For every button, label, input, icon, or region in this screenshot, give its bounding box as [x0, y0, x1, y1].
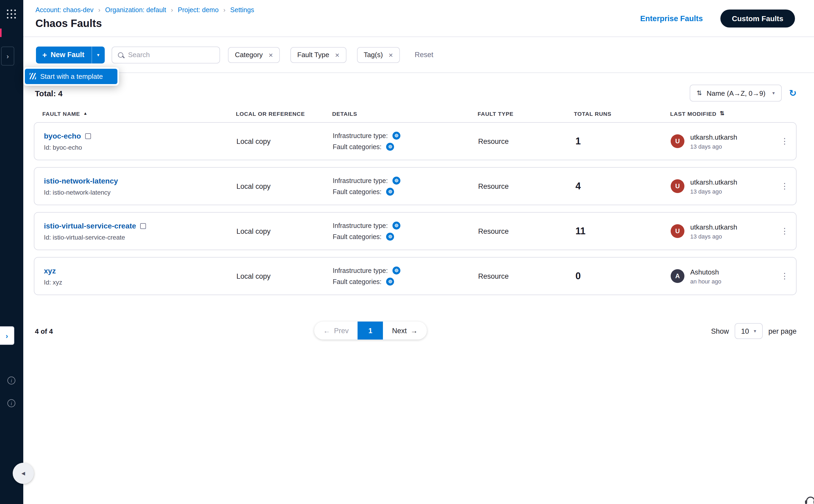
kubernetes-icon: ☸ — [392, 132, 400, 140]
fault-categories-label: Fault categories: — [333, 143, 382, 150]
fault-badge-icon — [140, 223, 146, 229]
menu-item-start-with-template[interactable]: Start with a template — [25, 68, 117, 84]
per-page-select[interactable]: 10 ▾ — [735, 323, 762, 339]
local-or-reference-value: Local copy — [236, 137, 333, 145]
modified-time: 13 days ago — [690, 188, 737, 194]
fault-type-value: Resource — [478, 272, 574, 280]
new-fault-split-button: + New Fault ▾ Start with a template — [36, 46, 105, 63]
modified-by-user: utkarsh.utkarsh — [690, 223, 737, 231]
template-icon — [30, 73, 36, 79]
filter-chip-fault-type[interactable]: Fault Type × — [290, 47, 346, 63]
info-icon[interactable]: i — [7, 377, 15, 384]
fault-name-cell: istio-virtual-service-create Id: istio-v… — [34, 221, 236, 241]
refresh-icon[interactable]: ↻ — [789, 89, 797, 98]
table-row: istio-virtual-service-create Id: istio-v… — [34, 212, 797, 250]
column-last-modified[interactable]: LAST MODIFIED ⇅ — [670, 110, 774, 117]
filter-chip-tags[interactable]: Tag(s) × — [357, 47, 400, 63]
next-page-button[interactable]: Next → — [383, 322, 427, 340]
new-fault-main[interactable]: + New Fault — [36, 46, 91, 63]
kubernetes-icon: ☸ — [386, 233, 394, 241]
sidebar-expand-button[interactable]: › — [0, 326, 14, 345]
avatar: U — [671, 179, 684, 193]
chevron-down-icon[interactable]: ▾ — [92, 46, 105, 63]
breadcrumb-separator-icon: › — [171, 6, 173, 14]
modified-by-user: Ashutosh — [690, 268, 721, 276]
details-cell: Infrastructure type:☸ Fault categories:☸ — [333, 132, 478, 151]
new-fault-button[interactable]: + New Fault ▾ — [36, 46, 105, 63]
fault-name-text: istio-network-latency — [44, 177, 118, 185]
kubernetes-icon: ☸ — [386, 278, 394, 286]
fault-name-link[interactable]: xyz — [44, 267, 56, 275]
fault-id: Id: istio-network-latency — [44, 189, 236, 196]
column-fault-name[interactable]: FAULT NAME ▲ — [34, 110, 236, 117]
fault-categories-label: Fault categories: — [333, 188, 382, 195]
close-icon[interactable]: × — [335, 51, 339, 59]
headset-ear — [805, 500, 807, 504]
page-header: Account: chaos-dev › Organization: defau… — [23, 0, 814, 37]
breadcrumb-settings-link[interactable]: Settings — [230, 6, 254, 14]
sort-dropdown[interactable]: ⇅ Name (A→Z, 0→9) ▾ — [690, 85, 782, 102]
row-menu-button[interactable]: ⋮ — [781, 136, 789, 146]
collapse-handle[interactable]: ◀ — [13, 463, 34, 484]
fault-type-value: Resource — [478, 137, 574, 145]
show-label: Show — [711, 327, 729, 335]
page-number-button[interactable]: 1 — [358, 322, 383, 340]
fault-name-link[interactable]: byoc-echo — [44, 132, 91, 140]
modified-time: 13 days ago — [690, 143, 737, 149]
column-label: FAULT NAME — [42, 110, 80, 117]
fault-type-value: Resource — [478, 182, 574, 190]
last-modified-cell: A Ashutosh an hour ago — [671, 268, 774, 284]
kubernetes-icon: ☸ — [392, 222, 400, 230]
breadcrumb-separator-icon: › — [223, 6, 226, 14]
column-total-runs: TOTAL RUNS — [574, 110, 670, 117]
column-local-or-reference: LOCAL OR REFERENCE — [236, 110, 332, 117]
pagination: 4 of 4 ← Prev 1 Next → Show 10 — [34, 322, 797, 341]
chip-label: Category — [235, 51, 263, 59]
custom-faults-button[interactable]: Custom Faults — [720, 10, 795, 28]
menu-item-label: Start with a template — [40, 72, 103, 80]
table-row: istio-network-latency Id: istio-network-… — [34, 167, 797, 205]
search-input[interactable] — [128, 51, 214, 59]
fault-name-link[interactable]: istio-virtual-service-create — [44, 222, 146, 230]
close-icon[interactable]: × — [389, 51, 393, 59]
chip-label: Fault Type — [297, 51, 329, 59]
reset-filters-button[interactable]: Reset — [415, 51, 433, 59]
sort-ascending-icon: ▲ — [83, 111, 88, 116]
row-menu-button[interactable]: ⋮ — [781, 181, 789, 191]
breadcrumb-project-link[interactable]: Project: demo — [178, 6, 218, 14]
details-cell: Infrastructure type:☸ Fault categories:☸ — [333, 177, 478, 196]
close-icon[interactable]: × — [269, 51, 273, 59]
main-area: Account: chaos-dev › Organization: defau… — [23, 0, 814, 504]
chevron-down-icon: ▾ — [772, 90, 775, 96]
new-fault-menu: Start with a template — [23, 67, 119, 85]
module-expand-icon[interactable]: › — [1, 47, 14, 66]
breadcrumb-organization-link[interactable]: Organization: default — [105, 6, 166, 14]
kubernetes-icon: ☸ — [392, 177, 400, 185]
table-row: byoc-echo Id: byoc-echo Local copy Infra… — [34, 122, 797, 160]
table-row: xyz Id: xyz Local copy Infrastructure ty… — [34, 257, 797, 295]
sort-controls: ⇅ Name (A→Z, 0→9) ▾ ↻ — [690, 85, 797, 102]
breadcrumb-account-link[interactable]: Account: chaos-dev — [35, 6, 94, 14]
chevron-down-icon: ▾ — [754, 328, 756, 334]
module-accent-bar — [0, 29, 2, 37]
enterprise-faults-link[interactable]: Enterprise Faults — [640, 14, 703, 23]
row-menu-button[interactable]: ⋮ — [781, 271, 789, 281]
fault-name-cell: istio-network-latency Id: istio-network-… — [34, 176, 236, 196]
support-headset-icon[interactable] — [803, 495, 814, 504]
filter-chip-category[interactable]: Category × — [228, 47, 280, 63]
fault-name-link[interactable]: istio-network-latency — [44, 177, 118, 185]
list-controls: Total: 4 ⇅ Name (A→Z, 0→9) ▾ ↻ — [34, 85, 797, 102]
details-cell: Infrastructure type:☸ Fault categories:☸ — [333, 222, 478, 241]
fault-type-value: Resource — [478, 227, 574, 235]
kubernetes-icon: ☸ — [392, 267, 400, 274]
breadcrumb-separator-icon: › — [98, 6, 100, 14]
last-modified-cell: U utkarsh.utkarsh 13 days ago — [671, 223, 774, 239]
total-runs-value: 0 — [574, 271, 671, 282]
avatar: U — [671, 224, 684, 238]
app-root: › › i i ◀ Account: chaos-dev › Organizat… — [0, 0, 814, 504]
help-icon[interactable]: i — [7, 399, 15, 407]
apps-grid-icon[interactable] — [7, 10, 16, 19]
row-menu-button[interactable]: ⋮ — [781, 226, 789, 236]
prev-page-button[interactable]: ← Prev — [314, 322, 358, 340]
new-fault-label: New Fault — [51, 51, 85, 59]
